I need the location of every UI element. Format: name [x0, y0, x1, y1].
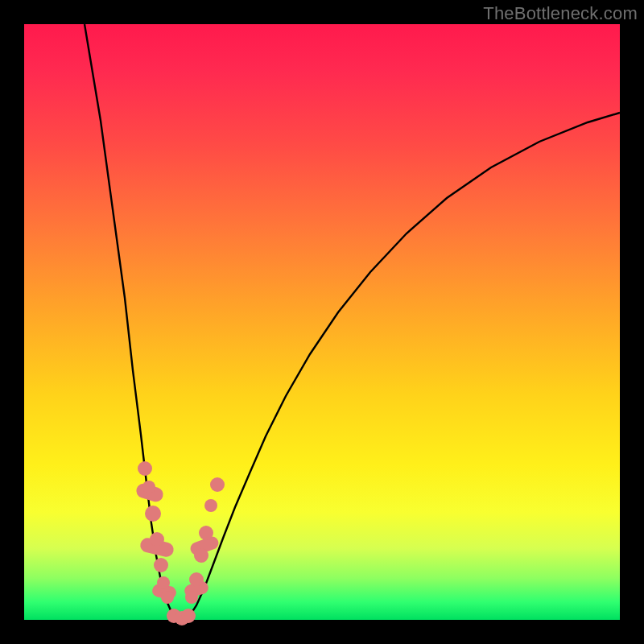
marker-dot [185, 591, 198, 604]
marker-dot [161, 591, 174, 604]
marker-dot [154, 558, 168, 572]
plot-area [24, 24, 620, 620]
curve-svg [24, 24, 620, 620]
curve-right [182, 113, 620, 620]
marker-dot [138, 461, 152, 476]
marker-dot [150, 532, 164, 547]
marker-dot [189, 572, 204, 587]
marker-dot [142, 481, 155, 493]
marker-dot [181, 609, 196, 623]
marker-dot [204, 499, 217, 512]
marker-dot [210, 477, 225, 492]
marker-dot [157, 576, 170, 589]
curve-left [85, 24, 182, 620]
watermark-text: TheBottleneck.com [483, 3, 638, 24]
marker-dot [145, 506, 161, 522]
chart-frame: TheBottleneck.com [0, 0, 644, 644]
marker-dot [199, 526, 213, 540]
marker-dot [194, 548, 208, 563]
